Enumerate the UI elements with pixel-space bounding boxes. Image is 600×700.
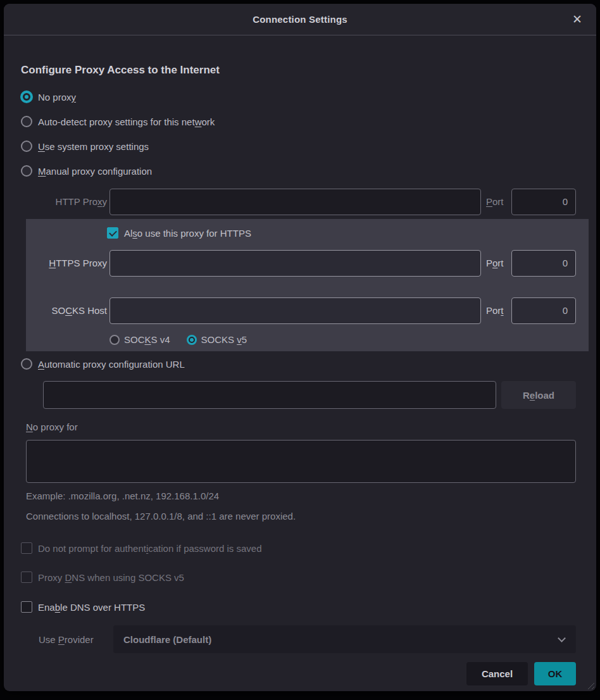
cancel-button[interactable]: Cancel [466,662,528,685]
radio-label-socks-v4: SOCKS v4 [124,334,170,345]
socks-host-label: SOCKS Host [26,305,107,316]
auto-url-row: Reload [43,381,576,409]
https-port-label: Port [486,258,508,268]
socks-host-row: SOCKS Host Port [26,297,576,324]
auth-prompt-row[interactable]: Do not prompt for authentication if pass… [21,541,576,555]
radio-row-system-proxy[interactable]: Use system proxy settings [21,139,576,154]
radio-label-system-proxy: Use system proxy settings [38,141,149,152]
radio-row-no-proxy[interactable]: No proxy [21,89,576,104]
auto-url-input[interactable] [43,381,496,409]
http-proxy-label: HTTP Proxy [21,196,107,207]
radio-row-manual-proxy[interactable]: Manual proxy configuration [21,163,576,178]
proxy-mode-group: No proxy Auto-detect proxy settings for … [21,89,576,178]
auth-prompt-label: Do not prompt for authentication if pass… [38,543,262,554]
no-proxy-for-textarea[interactable] [26,440,576,483]
provider-row: Use Provider Cloudflare (Default) [21,625,576,653]
http-port-input[interactable] [511,189,576,215]
provider-select[interactable]: Cloudflare (Default) [113,625,576,653]
dialog-footer: Cancel OK [21,662,576,685]
https-socks-highlight-section: Also use this proxy for HTTPS HTTPS Prox… [26,219,589,351]
http-port-label: Port [486,196,508,207]
socks-v5-option[interactable]: SOCKS v5 [187,334,247,345]
proxy-dns-row[interactable]: Proxy DNS when using SOCKS v5 [21,570,576,584]
https-proxy-label: HTTPS Proxy [26,258,107,268]
no-proxy-example-text: Example: .mozilla.org, .net.nz, 192.168.… [26,491,576,503]
radio-label-auto-url: Automatic proxy configuration URL [38,359,185,370]
radio-row-auto-url[interactable]: Automatic proxy configuration URL [21,356,576,372]
proxy-dns-label: Proxy DNS when using SOCKS v5 [38,572,184,583]
also-https-label: Also use this proxy for HTTPS [124,228,251,239]
radio-system-proxy[interactable] [21,141,32,152]
radio-label-auto-detect: Auto-detect proxy settings for this netw… [38,116,215,127]
connection-settings-dialog: Connection Settings ✕ Configure Proxy Ac… [4,4,596,691]
ok-button[interactable]: OK [534,662,576,685]
no-proxy-for-label: No proxy for [26,422,576,434]
radio-row-auto-detect[interactable]: Auto-detect proxy settings for this netw… [21,114,576,129]
socks-port-label: Port [486,305,508,316]
https-proxy-row: HTTPS Proxy Port [26,249,576,277]
auth-prompt-checkbox[interactable] [21,542,32,554]
radio-socks-v5[interactable] [187,335,197,345]
doh-label: Enable DNS over HTTPS [38,602,145,613]
radio-label-socks-v5: SOCKS v5 [201,334,247,345]
radio-manual-proxy[interactable] [21,165,32,177]
dialog-titlebar: Connection Settings ✕ [4,4,596,35]
radio-auto-url[interactable] [21,358,32,370]
localhost-note-text: Connections to localhost, 127.0.0.1/8, a… [26,511,576,523]
reload-button[interactable]: Reload [501,381,576,409]
socks-version-group: SOCKS v4 SOCKS v5 [109,332,576,347]
provider-label: Use Provider [39,634,113,645]
dialog-content: Configure Proxy Access to the Internet N… [4,64,596,685]
radio-label-manual-proxy: Manual proxy configuration [38,166,152,177]
chevron-down-icon [558,634,566,642]
also-https-row[interactable]: Also use this proxy for HTTPS [107,226,576,240]
https-proxy-input[interactable] [109,250,481,277]
page-title: Configure Proxy Access to the Internet [21,64,576,77]
provider-selected-value: Cloudflare (Default) [123,634,211,645]
dialog-title: Connection Settings [253,14,347,25]
socks-port-input[interactable] [511,297,576,324]
socks-host-input[interactable] [109,297,481,324]
radio-auto-detect[interactable] [21,116,32,127]
doh-row[interactable]: Enable DNS over HTTPS [21,600,576,614]
doh-checkbox[interactable] [21,601,32,613]
radio-socks-v4[interactable] [109,335,120,345]
radio-label-no-proxy: No proxy [38,92,76,103]
http-proxy-row: HTTP Proxy Port [21,188,576,215]
proxy-dns-checkbox[interactable] [21,572,32,583]
https-port-input[interactable] [511,250,576,277]
close-icon[interactable]: ✕ [568,11,586,28]
http-proxy-input[interactable] [109,189,481,215]
also-https-checkbox[interactable] [107,227,118,239]
radio-no-proxy[interactable] [21,91,32,103]
